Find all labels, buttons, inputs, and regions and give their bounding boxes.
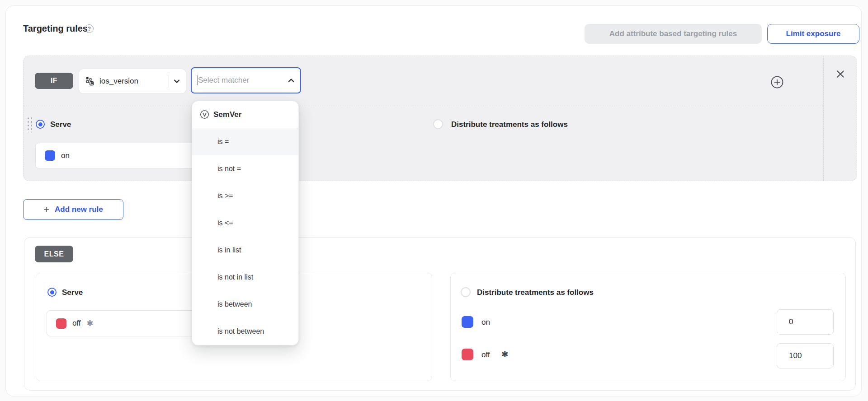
else-rule-card: ELSE Serve off ✱ Distribute treatments a… bbox=[24, 237, 856, 391]
plus-circle-icon bbox=[770, 75, 784, 89]
matcher-dropdown: SemVer is = is not = is >= is <= is in l… bbox=[192, 101, 299, 345]
treatment-off-swatch bbox=[56, 318, 66, 329]
add-new-rule-button[interactable]: + Add new rule bbox=[23, 199, 123, 220]
add-condition-button[interactable] bbox=[770, 75, 784, 89]
attribute-select[interactable]: ios_version bbox=[79, 69, 186, 94]
plus-icon: + bbox=[43, 205, 49, 214]
matcher-option-is-not-eq[interactable]: is not = bbox=[192, 155, 298, 182]
serve-label: Serve bbox=[50, 120, 71, 129]
attribute-icon bbox=[85, 76, 95, 86]
default-treatment-icon: ✱ bbox=[501, 350, 509, 359]
matcher-option-is-eq[interactable]: is = bbox=[192, 128, 298, 155]
else-distribute-label: Distribute treatments as follows bbox=[477, 288, 594, 297]
add-attribute-rules-button[interactable]: Add attribute based targeting rules bbox=[585, 24, 762, 44]
matcher-group-header: SemVer bbox=[192, 101, 298, 128]
if-rule-card: IF ios_version bbox=[23, 56, 857, 181]
semver-icon bbox=[200, 110, 209, 119]
distribution-off-percent-input[interactable] bbox=[777, 343, 834, 368]
distribute-label: Distribute treatments as follows bbox=[451, 120, 568, 129]
chevron-up-icon bbox=[288, 77, 295, 84]
attribute-divider bbox=[169, 75, 169, 88]
page-title: Targeting rules bbox=[23, 23, 88, 34]
distribution-row-name: off bbox=[481, 350, 490, 359]
matcher-option-is-between[interactable]: is between bbox=[192, 291, 298, 318]
matcher-group-label: SemVer bbox=[213, 110, 241, 119]
rule-horizontal-divider bbox=[24, 106, 823, 106]
matcher-select bbox=[191, 67, 301, 93]
help-icon[interactable]: ? bbox=[85, 24, 94, 33]
else-badge: ELSE bbox=[35, 246, 73, 262]
matcher-input[interactable] bbox=[198, 76, 288, 85]
else-serve-radio[interactable] bbox=[47, 288, 57, 297]
serve-radio[interactable] bbox=[36, 120, 45, 129]
distribution-row-name: on bbox=[481, 318, 490, 327]
close-icon bbox=[836, 70, 845, 79]
matcher-option-is-not-between[interactable]: is not between bbox=[192, 318, 298, 345]
chevron-down-icon bbox=[173, 78, 180, 85]
treatment-on-swatch bbox=[462, 316, 473, 328]
treatment-name: off bbox=[72, 319, 81, 328]
default-treatment-icon: ✱ bbox=[87, 319, 94, 327]
matcher-option-is-lte[interactable]: is <= bbox=[192, 210, 298, 237]
if-badge: IF bbox=[35, 73, 73, 89]
treatment-name: on bbox=[61, 151, 70, 160]
treatment-on-swatch bbox=[45, 150, 55, 161]
matcher-option-is-in-list[interactable]: is in list bbox=[192, 237, 298, 264]
matcher-option-is-not-in-list[interactable]: is not in list bbox=[192, 264, 298, 291]
else-distribute-radio[interactable] bbox=[461, 287, 471, 297]
remove-rule-button[interactable] bbox=[836, 70, 845, 79]
limit-exposure-label: Limit exposure bbox=[786, 29, 841, 38]
distribution-on-percent-input[interactable] bbox=[777, 309, 834, 335]
add-new-rule-label: Add new rule bbox=[55, 205, 103, 214]
matcher-option-is-gte[interactable]: is >= bbox=[192, 182, 298, 210]
limit-exposure-button[interactable]: Limit exposure bbox=[767, 24, 859, 44]
attribute-value: ios_version bbox=[99, 77, 165, 86]
else-distribute-card: Distribute treatments as follows on off … bbox=[450, 273, 846, 381]
else-serve-label: Serve bbox=[62, 288, 83, 297]
add-attribute-rules-label: Add attribute based targeting rules bbox=[609, 29, 737, 38]
help-glyph: ? bbox=[88, 26, 91, 32]
drag-handle[interactable] bbox=[26, 116, 33, 132]
distribute-radio[interactable] bbox=[433, 119, 443, 129]
treatment-off-swatch bbox=[462, 349, 473, 360]
targeting-rules-panel: Targeting rules ? Add attribute based ta… bbox=[5, 5, 862, 396]
rule-vertical-divider bbox=[823, 56, 824, 181]
